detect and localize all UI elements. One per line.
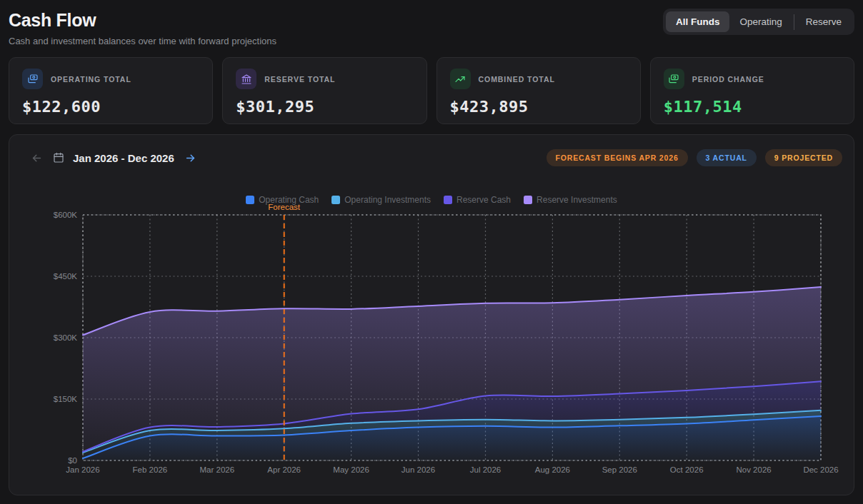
svg-text:Nov 2026: Nov 2026 — [736, 465, 771, 474]
page-subtitle: Cash and investment balances over time w… — [9, 36, 854, 46]
bank-icon — [236, 69, 256, 89]
svg-text:$0: $0 — [68, 456, 77, 465]
svg-text:$300K: $300K — [54, 333, 78, 342]
svg-text:Aug 2026: Aug 2026 — [535, 465, 570, 474]
svg-text:Mar 2026: Mar 2026 — [200, 465, 235, 474]
legend-item-reserve-investments[interactable]: Reserve Investments — [524, 195, 617, 205]
svg-text:May 2026: May 2026 — [333, 465, 369, 474]
svg-text:Jul 2026: Jul 2026 — [470, 465, 501, 474]
svg-text:Apr 2026: Apr 2026 — [267, 465, 301, 474]
svg-text:Jun 2026: Jun 2026 — [401, 465, 435, 474]
stat-card-operating-total: OPERATING TOTAL $122,600 — [9, 57, 213, 124]
stat-value: $301,295 — [236, 98, 413, 116]
chart-badges: FORECAST BEGINS APR 2026 3 ACTUAL 9 PROJ… — [547, 149, 843, 166]
svg-text:Jan 2026: Jan 2026 — [66, 465, 99, 474]
banknotes-icon — [22, 69, 43, 89]
stat-card-period-change: PERIOD CHANGE $117,514 — [650, 57, 854, 124]
legend-swatch — [444, 196, 452, 204]
legend-swatch — [246, 196, 254, 204]
forecast-begins-badge: FORECAST BEGINS APR 2026 — [547, 149, 688, 166]
fund-filter-reserve[interactable]: Reserve — [796, 11, 852, 32]
svg-text:Sep 2026: Sep 2026 — [602, 465, 637, 474]
svg-text:Dec 2026: Dec 2026 — [803, 465, 838, 474]
stat-label: COMBINED TOTAL — [479, 75, 555, 84]
banknotes-icon — [664, 69, 684, 89]
svg-text:$450K: $450K — [54, 272, 78, 281]
legend-item-operating-cash[interactable]: Operating Cash — [246, 195, 319, 205]
projected-count-badge: 9 PROJECTED — [765, 149, 842, 166]
chart-header: Jan 2026 - Dec 2026 FORECAST BEGINS APR … — [29, 149, 842, 166]
page-header: Cash Flow Cash and investment balances o… — [9, 9, 854, 57]
stat-label: PERIOD CHANGE — [692, 75, 764, 84]
svg-text:$600K: $600K — [54, 211, 78, 219]
chart-legend: Operating CashOperating InvestmentsReser… — [9, 195, 854, 205]
stats-row: OPERATING TOTAL $122,600 RESERVE TOTAL $… — [9, 57, 854, 124]
stat-value: $122,600 — [22, 98, 199, 116]
fund-filter-all-funds[interactable]: All Funds — [666, 11, 730, 32]
actual-count-badge: 3 ACTUAL — [697, 149, 757, 166]
legend-item-operating-investments[interactable]: Operating Investments — [331, 195, 431, 205]
legend-swatch — [524, 196, 532, 204]
date-range-label: Jan 2026 - Dec 2026 — [73, 152, 174, 164]
svg-text:Feb 2026: Feb 2026 — [133, 465, 168, 474]
cash-flow-page: Cash Flow Cash and investment balances o… — [0, 0, 863, 504]
stat-card-combined-total: COMBINED TOTAL $423,895 — [437, 57, 641, 124]
next-period-icon[interactable] — [183, 151, 198, 166]
stat-label: OPERATING TOTAL — [51, 75, 131, 84]
fund-filter: All Funds Operating Reserve — [663, 9, 854, 35]
stat-value: $117,514 — [664, 98, 841, 116]
svg-text:Oct 2026: Oct 2026 — [670, 465, 704, 474]
date-range-nav: Jan 2026 - Dec 2026 — [29, 151, 198, 166]
legend-label: Reserve Investments — [537, 195, 617, 205]
legend-label: Reserve Cash — [457, 195, 511, 205]
fund-filter-operating[interactable]: Operating — [729, 11, 792, 32]
stat-value: $423,895 — [450, 98, 627, 116]
legend-label: Operating Investments — [344, 195, 431, 205]
stat-label: RESERVE TOTAL — [264, 75, 335, 84]
divider — [794, 14, 794, 30]
legend-item-reserve-cash[interactable]: Reserve Cash — [444, 195, 511, 205]
stat-card-reserve-total: RESERVE TOTAL $301,295 — [222, 57, 426, 124]
legend-label: Operating Cash — [259, 195, 319, 205]
legend-swatch — [331, 196, 340, 204]
trending-up-icon — [450, 69, 471, 89]
cash-flow-chart[interactable]: Forecast $0$150K$300K$450K$600KJan 2026F… — [9, 135, 854, 495]
calendar-icon — [53, 152, 64, 163]
cash-flow-chart-card: Jan 2026 - Dec 2026 FORECAST BEGINS APR … — [9, 134, 854, 495]
svg-text:$150K: $150K — [54, 395, 78, 403]
prev-period-icon[interactable] — [29, 151, 44, 166]
